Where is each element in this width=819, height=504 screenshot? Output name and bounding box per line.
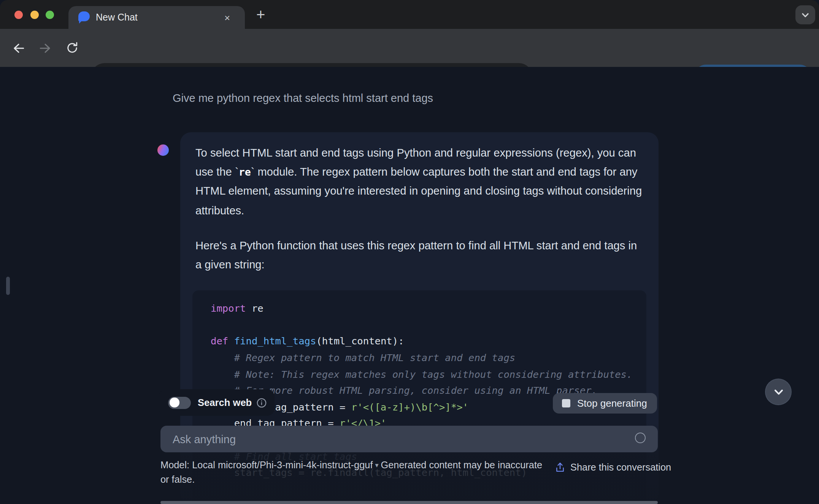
chat-page: Give me python regex that selects html s… xyxy=(0,67,819,504)
share-label: Share this conversation xyxy=(570,462,671,472)
forward-icon xyxy=(36,39,54,57)
code-horizontal-scrollbar[interactable] xyxy=(160,501,658,504)
share-conversation-link[interactable]: Share this conversation xyxy=(555,461,671,473)
macos-close-button[interactable] xyxy=(14,11,23,19)
tab-strip: New Chat × + xyxy=(0,0,819,29)
tab-close-icon[interactable]: × xyxy=(224,13,230,22)
assistant-paragraph-2: Here's a Python function that uses this … xyxy=(195,236,643,275)
info-icon[interactable] xyxy=(256,397,267,408)
model-name[interactable]: Model: Local microsoft/Phi-3-mini-4k-ins… xyxy=(160,460,373,471)
chevron-down-icon xyxy=(772,386,784,398)
ask-anything-input[interactable] xyxy=(160,426,658,452)
assistant-avatar xyxy=(157,144,169,156)
scroll-to-bottom-button[interactable] xyxy=(765,379,792,405)
model-disclaimer: Model: Local microsoft/Phi-3-mini-4k-ins… xyxy=(160,458,544,487)
share-upload-icon xyxy=(555,461,565,473)
browser-window: New Chat × + xyxy=(0,0,819,504)
chevron-down-icon xyxy=(801,10,810,19)
tab-favicon-chat-bubble-icon xyxy=(78,11,90,24)
browser-toolbar: localhost:5173/conversation/665727c45da9… xyxy=(0,29,819,67)
sidebar-drag-handle[interactable] xyxy=(6,277,10,295)
stop-square-icon xyxy=(562,399,570,407)
stop-generating-button[interactable]: Stop generating xyxy=(553,393,657,414)
tab-title: New Chat xyxy=(96,12,138,23)
browser-tab[interactable]: New Chat × xyxy=(68,6,245,29)
tab-search-button[interactable] xyxy=(795,5,815,24)
macos-minimize-button[interactable] xyxy=(30,11,39,19)
macos-zoom-button[interactable] xyxy=(46,11,54,19)
back-icon[interactable] xyxy=(9,39,27,57)
inline-code-re: re xyxy=(239,166,251,178)
reload-icon[interactable] xyxy=(63,39,81,57)
user-message: Give me python regex that selects html s… xyxy=(173,92,433,104)
model-caret-down-icon[interactable]: ▾ xyxy=(375,458,378,473)
new-tab-button[interactable]: + xyxy=(256,7,265,22)
search-web-toggle[interactable] xyxy=(168,396,191,409)
stop-generating-label: Stop generating xyxy=(577,398,647,409)
search-web-toggle-bar: Search web xyxy=(159,389,275,416)
generating-spinner-icon xyxy=(635,433,646,443)
assistant-paragraph-1: To select HTML start and end tags using … xyxy=(195,144,643,220)
search-web-label: Search web xyxy=(198,397,252,408)
